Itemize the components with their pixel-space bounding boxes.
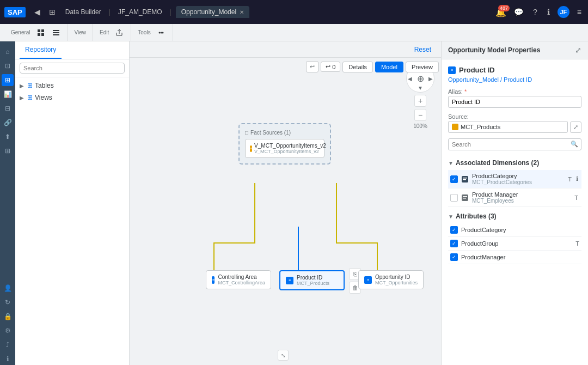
assoc-text-0: ProductCategory MCT_ProductCategories (472, 173, 564, 185)
fact-node-icon: ≡ (250, 145, 252, 152)
attr-check-1[interactable]: ✓ (450, 240, 458, 247)
user-icon[interactable]: 👤 (2, 282, 14, 294)
grid-view-button[interactable] (34, 27, 48, 38)
info-icon[interactable]: ℹ (545, 5, 552, 19)
attr-check-0[interactable]: ✓ (450, 226, 458, 234)
product-id-node[interactable]: ≡ Product ID MCT_Products ⎘ 🗑 (279, 270, 345, 290)
upload-icon[interactable]: ⬆ (2, 131, 14, 143)
svg-point-9 (162, 32, 163, 33)
opportunity-id-name: Opportunity ID (375, 274, 418, 280)
views-tree-item[interactable]: ▶ ⊞ Views (15, 92, 129, 104)
breadcrumb[interactable]: Opportunity_Model / Product ID (448, 76, 581, 83)
home-icon[interactable]: ⌂ (2, 46, 14, 58)
source-link-button[interactable]: ⤢ (570, 121, 581, 133)
fact-node[interactable]: ≡ V_MCT_OpportunityItems_v2 V_MCT_Opport… (245, 139, 324, 158)
attr-item-0[interactable]: ✓ ProductCategory (448, 223, 581, 237)
canvas-toolbar: Reset (130, 41, 441, 58)
right-panel-expand-button[interactable]: ⤢ (575, 46, 581, 54)
help-icon[interactable]: 💬 (512, 5, 525, 19)
controlling-area-dim[interactable]: ≡ Controlling Area MCT_ControllingArea (206, 270, 271, 289)
assoc-name-1: Product Manager (472, 191, 570, 198)
workspace-label[interactable]: JF_AM_DEMO (115, 7, 166, 17)
share-nav-icon[interactable]: ⤴ (2, 339, 14, 351)
right-panel: Opportunity Model Properties ⤢ ≡ Product… (441, 41, 588, 365)
prop-search-input[interactable] (448, 138, 581, 150)
entity-name: Product ID (459, 66, 495, 74)
assoc-checkbox-0[interactable]: ✓ (450, 175, 458, 183)
expand-bottom-icon[interactable]: ⤡ (278, 350, 289, 361)
controlling-area-name: Controlling Area (218, 274, 265, 280)
attr-check-2[interactable]: ✓ (450, 253, 458, 261)
opportunity-id-node[interactable]: ≡ Opportunity ID MCT_Opportunities (358, 270, 424, 289)
attributes-list: ✓ ProductCategory ✓ ProductGroup T ✓ Pro… (448, 223, 581, 264)
zoom-in-button[interactable]: + (414, 95, 426, 107)
repository-tab[interactable]: Repository (20, 41, 62, 59)
views-label: Views (35, 94, 52, 101)
separator2: | (170, 8, 171, 16)
question-icon[interactable]: ? (531, 5, 540, 19)
menu-icon[interactable]: ≡ (575, 5, 584, 19)
fact-sources-container: □ Fact Sources (1) ≡ V_MCT_OpportunityIt… (238, 123, 331, 165)
user-avatar[interactable]: JF (558, 6, 569, 18)
lock-icon[interactable]: 🔒 (2, 311, 14, 323)
details-view-button[interactable]: Details (342, 62, 373, 72)
notifications-button[interactable]: 🔔 487 (495, 7, 506, 17)
undo-button[interactable]: ↩ (306, 61, 318, 72)
back-button[interactable]: ◀ (32, 5, 42, 19)
assoc-item-0[interactable]: ✓ ProductCategory MCT_ProductCategories … (448, 170, 581, 188)
product-id-icon: ≡ (286, 277, 293, 284)
zoom-out-button[interactable]: − (414, 109, 426, 121)
tables-tree-item[interactable]: ▶ ⊞ Tables (15, 80, 129, 92)
reset-button[interactable]: Reset (411, 45, 434, 54)
share-button[interactable] (112, 27, 126, 38)
source-label: Source: (448, 113, 581, 120)
model-view-button[interactable]: Model (375, 62, 403, 72)
source-icon (452, 124, 458, 130)
assoc-sub-1: MCT_Employees (472, 198, 570, 204)
assoc-info-button-0[interactable]: ℹ (575, 174, 579, 184)
diagram-canvas[interactable]: ⊕ ▲ ▼ ◀ ▶ + − 100% (130, 58, 441, 365)
attr-item-1[interactable]: ✓ ProductGroup T (448, 237, 581, 251)
sidebar: Repository ▶ ⊞ Tables ▶ ⊞ Views (15, 41, 130, 365)
list-view-button[interactable] (49, 27, 63, 38)
opportunity-id-dim[interactable]: ≡ Opportunity ID MCT_Opportunities (358, 270, 424, 289)
search-nav-icon[interactable]: ⊡ (2, 60, 14, 72)
settings-icon[interactable]: ⚙ (2, 325, 14, 337)
attr-sort-button-1[interactable]: T (575, 240, 579, 247)
assoc-checkbox-1[interactable] (450, 194, 458, 202)
pan-icon: ⊕ (417, 74, 424, 84)
svg-rect-6 (53, 34, 59, 35)
database-icon[interactable]: ⊞ (2, 74, 14, 86)
attr-item-2[interactable]: ✓ ProductManager (448, 251, 581, 264)
topbar: SAP ◀ ⊞ Data Builder | JF_AM_DEMO | Oppo… (0, 0, 588, 24)
assoc-sort-button-0[interactable]: T (567, 174, 573, 184)
preview-view-button[interactable]: Preview (406, 62, 439, 72)
general-label: General (9, 29, 33, 35)
svg-rect-0 (38, 29, 40, 32)
model-tab[interactable]: Opportunity_Model ✕ (176, 6, 249, 18)
tools-extra-button[interactable] (154, 27, 168, 38)
left-nav: ⌂ ⊡ ⊞ 📊 ⊟ 🔗 ⬆ ⊞ 👤 ↻ 🔒 ⚙ ⤴ ℹ (0, 41, 15, 365)
alias-input[interactable] (448, 96, 581, 108)
close-tab-icon[interactable]: ✕ (240, 9, 244, 15)
refresh-icon[interactable]: ↻ (2, 296, 14, 308)
assoc-dimensions-header[interactable]: ▼ Associated Dimensions (2) (448, 159, 581, 167)
data-icon[interactable]: ⊟ (2, 102, 14, 114)
views-chevron-icon: ▶ (20, 95, 25, 101)
product-id-dim[interactable]: ≡ Product ID MCT_Products (279, 270, 345, 290)
info-nav-icon[interactable]: ℹ (2, 353, 14, 365)
svg-rect-1 (41, 29, 44, 32)
topbar-right: 🔔 487 💬 ? ℹ JF ≡ (495, 5, 584, 19)
connections-icon[interactable]: 🔗 (2, 117, 14, 129)
assoc-item-1[interactable]: Product Manager MCT_Employees T (448, 188, 581, 207)
chart-icon[interactable]: 📊 (2, 88, 14, 100)
svg-rect-3 (41, 33, 44, 36)
assoc-sort-button-1[interactable]: T (573, 193, 579, 202)
controlling-area-node[interactable]: ≡ Controlling Area MCT_ControllingArea (206, 270, 271, 289)
attributes-header[interactable]: ▼ Attributes (3) (448, 212, 581, 220)
opportunity-id-icon: ≡ (364, 276, 372, 284)
sidebar-search-input[interactable] (20, 63, 125, 74)
grid-icon[interactable]: ⊞ (2, 145, 14, 157)
app-switcher-icon[interactable]: ⊞ (47, 5, 58, 19)
tables-chevron-icon: ▶ (20, 83, 25, 89)
